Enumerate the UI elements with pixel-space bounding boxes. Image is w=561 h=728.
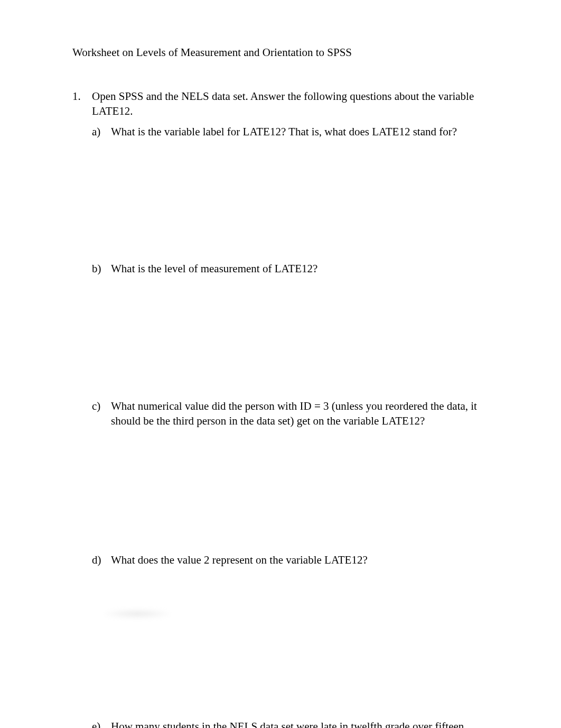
subquestion-text: What does the value 2 represent on the v… bbox=[111, 553, 492, 567]
question-1a: a) What is the variable label for LATE12… bbox=[72, 125, 492, 139]
subquestion-letter: e) bbox=[92, 720, 111, 728]
subquestion-text: What is the level of measurement of LATE… bbox=[111, 262, 492, 276]
subquestion-text: What numerical value did the person with… bbox=[111, 399, 492, 428]
answer-space bbox=[72, 276, 492, 399]
subquestion-letter: d) bbox=[92, 553, 111, 567]
subquestion-text: How many students in the NELS data set w… bbox=[111, 720, 492, 728]
answer-space bbox=[72, 428, 492, 553]
question-text: Open SPSS and the NELS data set. Answer … bbox=[92, 89, 492, 118]
question-1b: b) What is the level of measurement of L… bbox=[72, 262, 492, 276]
question-1: 1. Open SPSS and the NELS data set. Answ… bbox=[72, 89, 492, 118]
question-1c: c) What numerical value did the person w… bbox=[72, 399, 492, 428]
subquestion-letter: c) bbox=[92, 399, 111, 428]
answer-space bbox=[72, 567, 492, 720]
subquestion-text: What is the variable label for LATE12? T… bbox=[111, 125, 492, 139]
answer-space bbox=[72, 139, 492, 262]
blur-artifact bbox=[100, 609, 174, 619]
question-1e: e) How many students in the NELS data se… bbox=[72, 720, 492, 728]
page-title: Worksheet on Levels of Measurement and O… bbox=[72, 45, 492, 60]
question-number: 1. bbox=[72, 89, 92, 118]
subquestion-letter: a) bbox=[92, 125, 111, 139]
worksheet-page: Worksheet on Levels of Measurement and O… bbox=[0, 0, 561, 728]
question-1d: d) What does the value 2 represent on th… bbox=[72, 553, 492, 567]
subquestion-letter: b) bbox=[92, 262, 111, 276]
